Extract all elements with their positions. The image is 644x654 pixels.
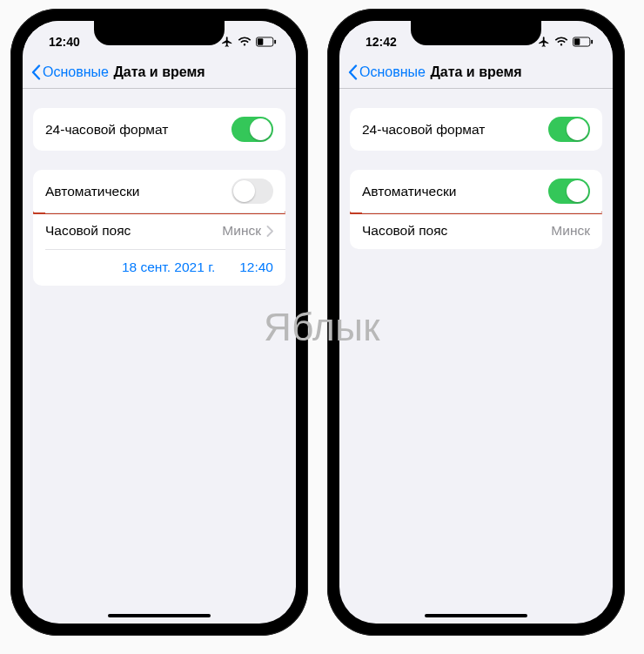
settings-group-format: 24-часовой формат [33,108,285,151]
notch [94,21,225,45]
screen: 12:42 Основные Дата и время 24-часовой ф… [339,21,613,624]
toggle-automatic[interactable] [548,179,590,204]
wifi-icon [238,37,252,47]
status-time: 12:40 [49,35,80,49]
notch [411,21,541,45]
time-value[interactable]: 12:40 [239,260,273,275]
row-label: Автоматически [362,184,456,199]
row-timezone[interactable]: Часовой пояс Минск [33,212,285,249]
svg-rect-1 [258,38,263,44]
airplane-icon [221,36,233,48]
date-value[interactable]: 18 сент. 2021 г. [122,260,215,275]
row-label: Часовой пояс [362,223,447,239]
row-label: Часовой пояс [45,223,131,239]
airplane-icon [538,36,550,48]
home-indicator[interactable] [425,614,527,618]
toggle-24h[interactable] [548,117,590,142]
status-time: 12:42 [366,35,397,49]
chevron-left-icon [31,64,41,80]
row-24h-format: 24-часовой формат [33,108,285,151]
settings-group-datetime: Автоматически Часовой пояс Минск 18 сент… [33,170,285,286]
battery-icon [256,37,277,47]
svg-rect-5 [591,40,593,44]
settings-group-format: 24-часовой формат [350,108,602,151]
screen: 12:40 Основные Дата и время 24-часовой ф… [23,21,296,624]
chevron-right-icon [266,226,273,237]
back-label: Основные [359,64,426,80]
row-24h-format: 24-часовой формат [350,108,602,151]
back-button[interactable]: Основные [348,64,426,80]
row-value: Минск [551,223,590,239]
content-area: 24-часовой формат Автоматически Часовой … [339,89,613,624]
wifi-icon [554,37,568,47]
back-label: Основные [43,64,109,80]
back-button[interactable]: Основные [31,64,109,80]
phone-frame: 12:42 Основные Дата и время 24-часовой ф… [327,9,625,636]
nav-bar: Основные Дата и время [339,56,613,89]
settings-group-datetime: Автоматически Часовой пояс Минск [350,170,602,249]
row-timezone: Часовой пояс Минск [350,212,602,249]
content-area: 24-часовой формат Автоматически Часовой … [23,89,296,624]
row-value: Минск [222,223,273,239]
toggle-automatic[interactable] [231,179,273,204]
row-label: Автоматически [45,184,139,199]
row-datetime[interactable]: 18 сент. 2021 г. 12:40 [33,249,285,286]
battery-icon [573,37,594,47]
status-icons [538,36,594,48]
status-icons [221,36,277,48]
row-label: 24-часовой формат [45,122,168,138]
svg-rect-2 [274,40,276,44]
row-label: 24-часовой формат [362,122,485,138]
chevron-left-icon [348,64,358,80]
home-indicator[interactable] [108,614,211,618]
row-automatic: Автоматически [33,170,285,212]
toggle-24h[interactable] [231,117,273,142]
phone-frame: 12:40 Основные Дата и время 24-часовой ф… [10,9,308,636]
nav-bar: Основные Дата и время [23,56,296,89]
svg-rect-4 [574,38,580,44]
row-automatic: Автоматически [350,170,602,212]
